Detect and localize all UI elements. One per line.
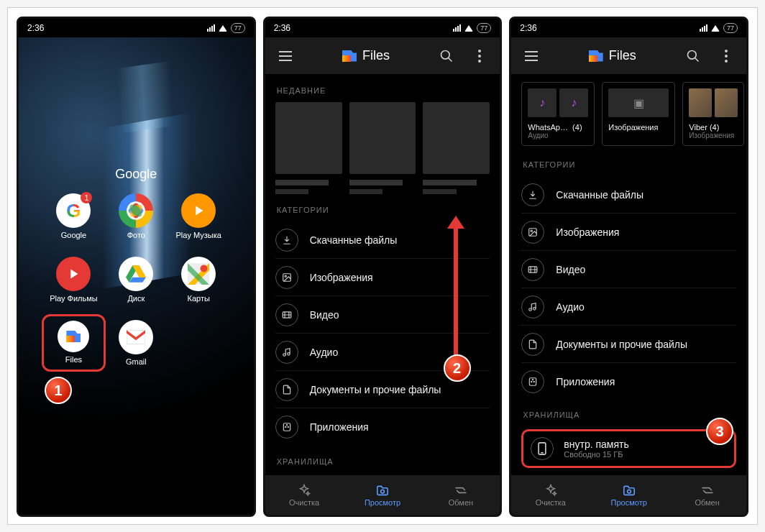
toolbar-title: Files (342, 48, 390, 63)
menu-button[interactable] (518, 43, 544, 69)
category-list: Скачанные файлы Изображения Видео Аудио … (265, 221, 500, 446)
video-icon (521, 258, 544, 281)
nav-clean[interactable]: Очистка (511, 475, 590, 515)
svg-point-25 (725, 50, 728, 52)
app-drive[interactable]: Диск (110, 257, 162, 303)
nav-share[interactable]: Обмен (668, 475, 746, 515)
status-right: 77 (207, 23, 245, 33)
step-badge-3: 3 (706, 418, 733, 445)
category-images[interactable]: Изображения (521, 214, 736, 251)
app-play-films[interactable]: Play Фильмы (47, 257, 100, 303)
app-label: Google (61, 231, 86, 239)
category-apps[interactable]: Приложения (275, 408, 490, 446)
document-icon (521, 333, 544, 356)
category-downloads[interactable]: Скачанные файлы (521, 176, 736, 214)
recent-card[interactable] (423, 102, 490, 194)
category-label: Документы и прочие файлы (310, 384, 441, 395)
folder-title: Google (47, 167, 225, 182)
svg-point-20 (285, 426, 285, 427)
search-button[interactable] (434, 43, 459, 69)
card-images[interactable]: ▣ Изображения (602, 82, 675, 146)
nav-label: Обмен (449, 498, 473, 507)
app-files-highlighted[interactable]: Files (42, 314, 106, 372)
svg-point-10 (478, 50, 481, 52)
apps-icon (521, 370, 544, 393)
category-label: Аудио (310, 347, 339, 358)
app-google[interactable]: G1 Google (47, 193, 100, 239)
category-apps[interactable]: Приложения (521, 363, 736, 400)
svg-point-29 (531, 230, 532, 231)
app-toolbar: Files (511, 37, 746, 75)
menu-button[interactable] (272, 43, 298, 69)
svg-point-6 (201, 265, 208, 272)
drive-icon (119, 257, 153, 291)
phone-icon (531, 437, 554, 460)
category-label: Приложения (310, 421, 369, 433)
svg-point-23 (688, 50, 697, 59)
app-photos[interactable]: Фото (110, 193, 162, 239)
app-label: Play Фильмы (50, 294, 98, 303)
category-label: Видео (556, 264, 585, 275)
card-whatsapp-audio[interactable]: ♪♪ WhatsAp… (4) Аудио (521, 82, 595, 146)
svg-point-31 (529, 308, 532, 311)
nav-label: Очистка (536, 498, 566, 507)
more-icon (478, 50, 481, 63)
download-icon (275, 229, 298, 252)
share-icon (700, 484, 715, 497)
folder-icon (375, 484, 390, 497)
app-maps[interactable]: Карты (173, 257, 225, 303)
svg-line-9 (449, 58, 452, 61)
search-icon (686, 49, 700, 63)
files-logo-icon (589, 50, 603, 62)
svg-point-34 (533, 380, 533, 380)
category-documents[interactable]: Документы и прочие файлы (521, 326, 736, 363)
sparkle-icon (296, 484, 312, 497)
document-icon (275, 378, 298, 401)
svg-point-22 (381, 490, 385, 493)
browse-content-scrolled[interactable]: ♪♪ WhatsAp… (4) Аудио ▣ Изображения Vibe… (511, 75, 746, 474)
search-button[interactable] (680, 43, 706, 69)
nav-browse[interactable]: Просмотр (590, 475, 668, 515)
hamburger-icon (279, 51, 292, 61)
files-logo-icon (342, 50, 357, 62)
image-icon (521, 221, 544, 244)
category-audio[interactable]: Аудио (521, 288, 736, 326)
app-gmail[interactable]: Gmail (110, 320, 162, 366)
nav-browse[interactable]: Просмотр (344, 475, 422, 515)
play-films-icon (56, 257, 91, 291)
battery-icon: 77 (231, 23, 245, 33)
svg-point-11 (478, 55, 481, 58)
gmail-icon (119, 320, 153, 354)
category-label: Изображения (310, 272, 373, 283)
app-play-music[interactable]: Play Музыка (173, 193, 225, 239)
step-badge-1: 1 (45, 377, 72, 404)
step-badge-2: 2 (444, 354, 471, 382)
category-label: Скачанные файлы (556, 189, 643, 201)
app-label: Files (65, 355, 82, 364)
status-right: 77 (453, 23, 491, 33)
home-wallpaper: Google G1 Google Фото (19, 37, 254, 515)
overflow-button[interactable] (467, 43, 493, 69)
toolbar-title-text: Files (609, 48, 636, 63)
status-bar: 2:36 77 (19, 19, 254, 37)
browse-content[interactable]: НЕДАВНИЕ КАТЕГОРИИ Скачанные файлы Изобр… (265, 75, 500, 474)
app-label: Фото (127, 231, 145, 239)
category-video[interactable]: Видео (521, 251, 736, 288)
phone-screen-2: 2:36 77 Files НЕДАВНИЕ (263, 17, 503, 517)
status-time: 2:36 (520, 23, 536, 33)
nav-clean[interactable]: Очистка (265, 475, 344, 515)
recent-card[interactable] (349, 102, 416, 194)
internal-storage-item[interactable]: внутр. память Свободно 15 ГБ (521, 429, 736, 468)
section-categories: КАТЕГОРИИ (511, 153, 746, 176)
nav-share[interactable]: Обмен (421, 475, 500, 515)
recent-card[interactable] (275, 102, 342, 194)
app-grid: G1 Google Фото P (47, 193, 225, 366)
overflow-button[interactable] (713, 43, 739, 69)
category-label: Аудио (556, 301, 585, 313)
scroll-arrow (454, 226, 458, 362)
card-viber-images[interactable]: Viber (4) Изображения (682, 82, 744, 146)
category-label: Документы и прочие файлы (556, 339, 687, 350)
folder-icon (621, 484, 637, 497)
signal-icon (453, 24, 461, 32)
category-label: Видео (310, 309, 339, 321)
